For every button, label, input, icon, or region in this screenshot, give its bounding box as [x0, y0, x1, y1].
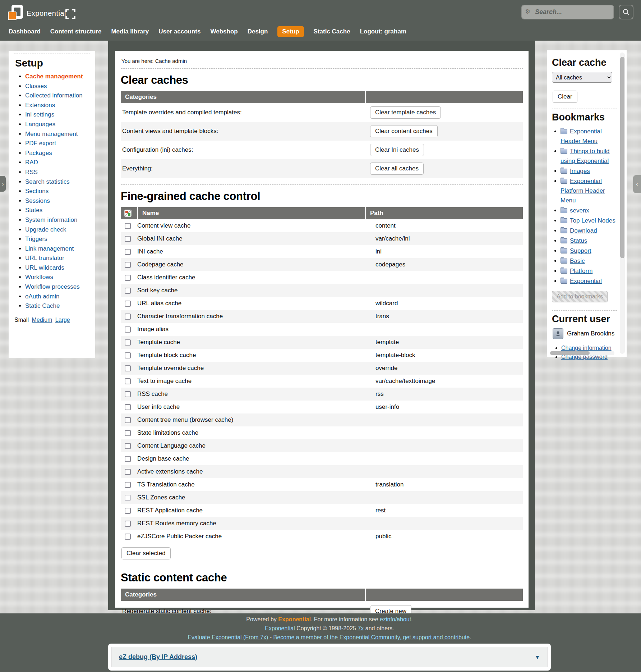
row-checkbox[interactable]	[125, 249, 131, 255]
scrollbar-thumb[interactable]	[550, 351, 590, 355]
bookmark-download[interactable]: Download	[561, 226, 617, 236]
row-checkbox[interactable]	[125, 339, 131, 346]
right-panel-collapse-tab[interactable]: ‹	[633, 175, 641, 193]
row-checkbox[interactable]	[125, 469, 131, 475]
row-checkbox[interactable]	[125, 391, 131, 397]
sidebar-item-cache-management[interactable]: Cache management	[25, 72, 90, 82]
sidebar-item-search-statistics[interactable]: Search statistics	[25, 177, 90, 187]
debug-toggle-icon[interactable]: ▼	[535, 653, 540, 662]
nav-item-logout-graham[interactable]: Logout: graham	[360, 28, 406, 36]
exponential-link[interactable]: Exponential	[265, 625, 295, 631]
row-checkbox[interactable]	[125, 495, 131, 501]
nav-item-webshop[interactable]: Webshop	[210, 28, 238, 36]
sidebar-item-url-translator[interactable]: URL translator	[25, 253, 90, 263]
sidebar-item-rss[interactable]: RSS	[25, 168, 90, 177]
bookmark-exponential[interactable]: Exponential	[561, 276, 617, 286]
left-panel-expand-tab[interactable]: ›	[0, 176, 6, 192]
sidebar-item-sections[interactable]: Sections	[25, 187, 90, 196]
row-checkbox[interactable]	[125, 301, 131, 307]
sidebar-item-oauth-admin[interactable]: oAuth admin	[25, 292, 90, 302]
sidebar-item-collected-information[interactable]: Collected information	[25, 91, 90, 101]
row-checkbox[interactable]	[125, 223, 131, 229]
nav-item-setup[interactable]: Setup	[277, 26, 304, 37]
fullscreen-icon[interactable]	[65, 9, 75, 19]
row-checkbox[interactable]	[125, 482, 131, 488]
row-checkbox[interactable]	[125, 288, 131, 294]
row-checkbox[interactable]	[125, 378, 131, 384]
sidebar-item-system-information[interactable]: System information	[25, 215, 90, 225]
clear-button[interactable]: Clear	[553, 91, 577, 103]
row-checkbox[interactable]	[125, 404, 131, 410]
bookmark-status[interactable]: Status	[561, 236, 617, 246]
row-checkbox[interactable]	[125, 365, 131, 371]
row-checkbox[interactable]	[125, 236, 131, 242]
row-checkbox[interactable]	[125, 352, 131, 358]
nav-item-media-library[interactable]: Media library	[111, 28, 149, 36]
search-button[interactable]	[619, 5, 633, 19]
vertical-scrollbar[interactable]	[620, 52, 625, 354]
size-medium-link[interactable]: Medium	[32, 317, 52, 323]
sidebar-item-extensions[interactable]: Extensions	[25, 101, 90, 110]
exponential-logo-icon[interactable]	[8, 4, 24, 22]
horizontal-scrollbar[interactable]	[550, 351, 614, 355]
bookmark-things-to-build-using-exponential[interactable]: Things to build using Exponential	[561, 146, 617, 166]
bookmark-sevenx[interactable]: sevenx	[561, 206, 617, 215]
sidebar-item-classes[interactable]: Classes	[25, 82, 90, 91]
row-action-button[interactable]: Clear Ini caches	[370, 144, 424, 156]
row-action-button[interactable]: Clear template caches	[370, 106, 441, 119]
ezinfo-link[interactable]: ezinfo/about	[380, 616, 411, 622]
bookmark-platform[interactable]: Platform	[561, 266, 617, 276]
clear-selected-button[interactable]: Clear selected	[121, 547, 171, 559]
ez-debug-link[interactable]: eZ debug (By IP Address)	[119, 653, 197, 662]
bookmark-top-level-nodes[interactable]: Top Level Nodes	[561, 216, 617, 225]
row-checkbox[interactable]	[125, 262, 131, 268]
nav-item-design[interactable]: Design	[248, 28, 268, 36]
evaluate-link[interactable]: Evaluate Exponential (From 7x)	[188, 634, 268, 640]
sidebar-item-link-management[interactable]: Link management	[25, 244, 90, 254]
bookmark-exponential-platform-header-menu[interactable]: Exponential Platform Header Menu	[561, 176, 617, 205]
sidebar-item-menu-management[interactable]: Menu management	[25, 129, 90, 139]
sidebar-item-states[interactable]: States	[25, 206, 90, 215]
sidebar-item-url-wildcards[interactable]: URL wildcards	[25, 263, 90, 273]
row-checkbox[interactable]	[125, 326, 131, 333]
sidebar-item-static-cache[interactable]: Static Cache	[25, 301, 90, 311]
sidebar-item-rad[interactable]: RAD	[25, 158, 90, 168]
sidebar-item-triggers[interactable]: Triggers	[25, 234, 90, 244]
sidebar-item-pdf-export[interactable]: PDF export	[25, 139, 90, 148]
cache-name: Template cache	[137, 339, 375, 346]
row-checkbox[interactable]	[125, 417, 131, 423]
sidebar-item-workflows[interactable]: Workflows	[25, 273, 90, 282]
static-cache-title: Static content cache	[121, 571, 523, 584]
bookmark-exponential-header-menu[interactable]: Exponential Header Menu	[561, 127, 617, 146]
seven-x-link[interactable]: 7x	[358, 625, 364, 631]
bookmark-basic[interactable]: Basic	[561, 256, 617, 266]
row-checkbox[interactable]	[125, 443, 131, 449]
sidebar-item-sessions[interactable]: Sessions	[25, 196, 90, 206]
row-checkbox[interactable]	[125, 456, 131, 462]
row-checkbox[interactable]	[125, 508, 131, 514]
row-checkbox[interactable]	[125, 314, 131, 320]
toggle-selection-icon[interactable]	[124, 210, 132, 217]
nav-item-static-cache[interactable]: Static Cache	[314, 28, 350, 36]
row-action-button[interactable]: Clear content caches	[370, 125, 438, 137]
row-checkbox[interactable]	[125, 521, 131, 527]
community-link[interactable]: Become a member of the Exponential Commu…	[273, 634, 470, 640]
row-action-button[interactable]: Clear all caches	[370, 163, 424, 175]
nav-item-dashboard[interactable]: Dashboard	[9, 28, 41, 36]
bookmark-images[interactable]: Images	[561, 166, 617, 176]
sidebar-item-languages[interactable]: Languages	[25, 120, 90, 129]
search-input[interactable]	[521, 5, 614, 19]
scrollbar-thumb[interactable]	[620, 57, 624, 258]
bookmark-support[interactable]: Support	[561, 246, 617, 256]
cache-type-select[interactable]: All caches	[552, 72, 612, 83]
nav-item-content-structure[interactable]: Content structure	[50, 28, 102, 36]
nav-item-user-accounts[interactable]: User accounts	[158, 28, 200, 36]
size-large-link[interactable]: Large	[55, 317, 70, 323]
row-checkbox[interactable]	[125, 275, 131, 281]
sidebar-item-ini-settings[interactable]: Ini settings	[25, 110, 90, 120]
row-checkbox[interactable]	[125, 534, 131, 540]
sidebar-item-workflow-processes[interactable]: Workflow processes	[25, 282, 90, 292]
sidebar-item-upgrade-check[interactable]: Upgrade check	[25, 225, 90, 235]
row-checkbox[interactable]	[125, 430, 131, 436]
sidebar-item-packages[interactable]: Packages	[25, 148, 90, 158]
